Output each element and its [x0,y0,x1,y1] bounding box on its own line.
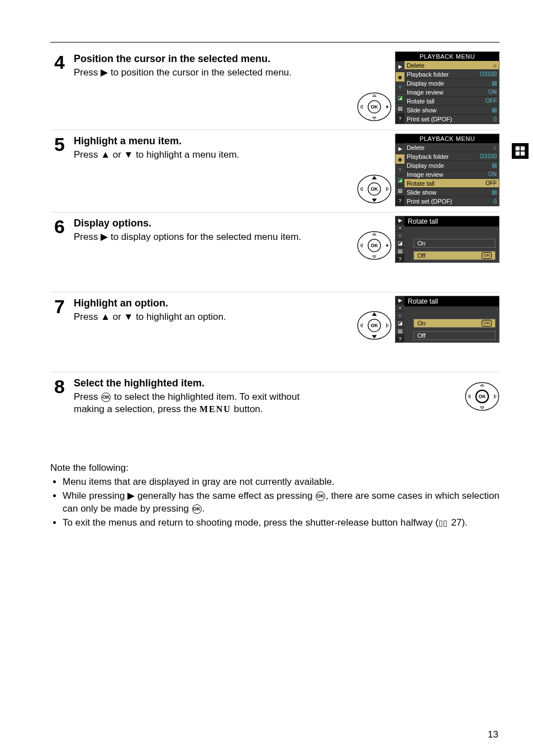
menu-item: Playback folderD3100 [404,152,499,161]
tab-play-icon: ▶ [396,61,404,72]
notes-intro: Note the following: [50,462,499,475]
menu-item: Delete⌂ [404,143,499,152]
menu-item: Slide show▤ [404,188,499,197]
step-4: 4 Position the cursor in the selected me… [50,48,499,130]
help-icon: ? [396,334,404,342]
menu-item: Rotate tallOFF [404,97,499,106]
step-7: 7 Highlight an option. Press ▲ or ▼ to h… [50,292,499,372]
option-title: Rotate tall [404,216,499,226]
note-item: While pressing ▶ generally has the same … [63,490,499,516]
step-body: Press ▲ or ▼ to highlight an option. [74,311,314,323]
notes-list: Menu items that are displayed in gray ar… [50,476,499,530]
multi-selector-horizontal-icon: OK [357,89,392,124]
svg-text:OK: OK [370,104,378,110]
help-icon: ? [396,195,404,206]
tab-camera-icon: ◉ [396,72,404,82]
right-arrow-icon: ▶ [127,490,135,501]
step-graphic: OK PLAYBACK MENU ▶ ◉ Y ◪ ▤ ? [321,51,499,126]
step-5: 5 Highlight a menu item. Press ▲ or ▼ to… [50,130,499,212]
page-number: 13 [488,729,498,740]
help-icon: ? [396,254,404,262]
multi-selector-horizontal-icon: OK [357,228,392,263]
tab-retouch-icon: ◪ [396,239,404,247]
step-title: Highlight a menu item. [74,135,314,148]
svg-rect-18 [521,152,525,155]
svg-text:OK: OK [370,186,378,192]
svg-rect-16 [521,147,525,150]
step-title: Select the highlighted item. [74,377,314,390]
section-tab-icon [512,143,529,159]
ok-badge-icon: OK [482,252,492,259]
svg-text:OK: OK [370,323,378,328]
menu-item: Display mode▤ [404,79,499,88]
ok-button-icon: OK [192,504,202,514]
updown-arrow-icon: ▲ or ▼ [101,311,133,322]
option-on: On [413,239,496,248]
tab-play-icon: ▶ [396,296,404,304]
option-off: OffOK [413,251,496,260]
svg-text:OK: OK [478,394,486,399]
tab-recent-icon: ▤ [396,327,404,335]
step-title: Display options. [74,217,314,230]
multi-selector-ok-icon: OK [465,379,499,414]
menu-title: PLAYBACK MENU [396,134,499,143]
step-8: 8 Select the highlighted item. Press OK … [50,372,499,452]
menu-item: Print set (DPOF)⎙ [404,197,499,206]
page-ref-icon: ▯▯ [439,518,448,528]
step-6: 6 Display options. Press ▶ to display op… [50,212,499,292]
step-text: Display options. Press ▶ to display opti… [72,216,314,243]
note-item: To exit the menus and return to shooting… [63,517,499,530]
multi-selector-vertical-icon: OK [357,172,392,206]
tab-camera-icon: ◉ [396,154,404,164]
step-graphic: OK ▶ • Y ◪ ▤ ? Rotate ta [321,296,499,345]
step-body: Press ▶ to position the cursor in the se… [74,67,314,79]
menu-list: Delete⌂ Playback folderD3100 Display mod… [404,143,499,206]
notes: Note the following: Menu items that are … [50,462,499,530]
note-item: Menu items that are displayed in gray ar… [63,476,499,489]
menu-item: Playback folderD3100 [404,70,499,79]
tab-play-icon: ▶ [396,143,404,154]
step-title: Highlight an option. [74,297,314,310]
svg-rect-15 [516,147,520,150]
step-text: Select the highlighted item. Press OK to… [72,376,314,416]
step-graphic: OK PLAYBACK MENU ▶ ◉ Y ◪ ▤ ? [321,134,499,209]
tab-wrench-icon: Y [396,311,404,319]
tab-recent-icon: ▤ [396,103,404,114]
step-number: 6 [50,217,65,236]
tab-recent-icon: ▤ [396,247,404,255]
top-rule [50,42,499,42]
step-number: 8 [50,377,65,396]
playback-menu-screenshot: PLAYBACK MENU ▶ ◉ Y ◪ ▤ ? Delete⌂ Playba… [395,134,499,206]
step-text: Highlight an option. Press ▲ or ▼ to hig… [72,296,314,323]
multi-selector-vertical-icon: OK [357,308,392,343]
tab-camera-icon: • [396,224,404,232]
tab-retouch-icon: ◪ [396,319,404,327]
option-menu-screenshot: ▶ • Y ◪ ▤ ? Rotate tall On OffOK [395,216,499,263]
menu-item: Display mode▤ [404,161,499,170]
tab-retouch-icon: ◪ [396,174,404,185]
help-icon: ? [396,113,404,124]
playback-menu-screenshot: PLAYBACK MENU ▶ ◉ Y ◪ ▤ ? Delete⌂ Playba… [395,51,499,124]
step-number: 5 [50,135,65,154]
menu-item: Image reviewON [404,88,499,97]
menu-title: PLAYBACK MENU [396,52,499,61]
step-body: Press ▶ to display options for the selec… [74,231,314,243]
setup-icon [514,145,526,157]
tab-camera-icon: • [396,304,404,312]
menu-item: Print set (DPOF)⎙ [404,115,499,124]
svg-rect-17 [516,152,520,155]
updown-arrow-icon: ▲ or ▼ [101,149,133,160]
tab-recent-icon: ▤ [396,185,404,196]
step-text: Highlight a menu item. Press ▲ or ▼ to h… [72,134,314,161]
step-body: Press ▲ or ▼ to highlight a menu item. [74,149,314,161]
menu-button-label: MENU [199,404,231,414]
step-graphic: OK ▶ • Y ◪ ▤ ? Rotate ta [321,216,499,265]
step-title: Position the cursor in the selected menu… [74,53,314,65]
step-number: 7 [50,297,65,316]
step-graphic: OK [321,376,499,416]
option-menu-screenshot: ▶ • Y ◪ ▤ ? Rotate tall OnOK Off [395,296,499,343]
tab-wrench-icon: Y [396,164,404,174]
ok-button-icon: OK [101,393,111,402]
tab-retouch-icon: ◪ [396,92,404,103]
option-off: Off [413,331,496,340]
